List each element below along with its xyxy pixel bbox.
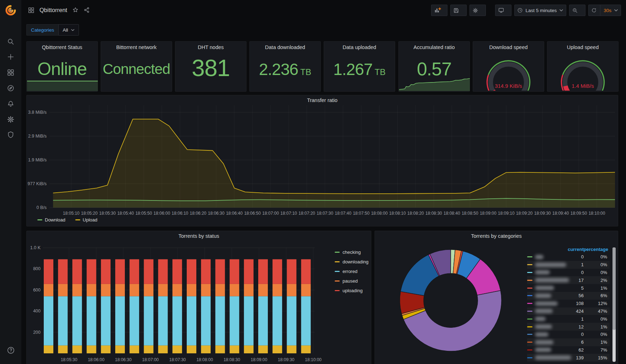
stat-value: Connected xyxy=(101,61,172,77)
category-name-blurred xyxy=(535,278,569,282)
shield-icon[interactable] xyxy=(0,129,21,141)
category-color-dash xyxy=(527,295,532,296)
legend-item-download[interactable]: Download xyxy=(37,217,65,223)
sidebar xyxy=(0,0,21,364)
stacked-bar-segment-downloading xyxy=(129,346,139,353)
category-table-row: 13915% xyxy=(527,354,610,362)
stat-panel-accumulated-ratio: Accumulated ratio0.57 xyxy=(398,41,470,92)
zoom-out-button[interactable] xyxy=(569,5,585,16)
stacked-bar-segment-uploading xyxy=(173,259,182,284)
stacked-bar-segment-uploading xyxy=(129,259,139,284)
stacked-bar-segment-downloading xyxy=(301,346,311,353)
bell-icon[interactable] xyxy=(0,98,21,110)
panel-title-torrents-by-status[interactable]: Torrents by status xyxy=(27,233,371,239)
stacked-bar-segment-downloading xyxy=(272,346,282,353)
stat-panel-title[interactable]: Bittorrent network xyxy=(101,44,172,50)
stat-panel-title[interactable]: Download speed xyxy=(473,44,544,50)
x-axis-label: 18:07:30 xyxy=(169,357,186,362)
save-dashboard-button[interactable] xyxy=(450,5,467,16)
tv-kiosk-button[interactable] xyxy=(495,5,511,16)
category-percentage-value: 0% xyxy=(600,262,607,267)
stacked-bar-segment-downloading xyxy=(101,346,111,353)
stacked-bar-segment-paused xyxy=(129,284,139,296)
plus-icon[interactable] xyxy=(0,51,21,63)
dashboards-grid-icon[interactable] xyxy=(0,66,21,79)
legend-item-uploading[interactable]: uploading xyxy=(335,288,368,293)
category-name-blurred xyxy=(535,255,543,259)
category-color-dash xyxy=(527,288,532,289)
category-name-blurred xyxy=(535,325,552,329)
category-current-value: 5 xyxy=(581,285,584,291)
stat-panel-title[interactable]: DHT nodes xyxy=(175,44,246,50)
table-scrollbar[interactable] xyxy=(612,247,616,362)
panel-title-transfer-ratio[interactable]: Transfer ratio xyxy=(27,97,618,103)
y-axis-label: 3.8 MiB/s xyxy=(28,110,47,115)
stacked-bar-segment-errored xyxy=(230,296,239,345)
time-range-picker[interactable]: Last 5 minutes xyxy=(514,5,566,16)
grafana-logo[interactable] xyxy=(0,4,21,16)
variables-bar: Categories All xyxy=(26,24,79,36)
stacked-bar-segment-paused xyxy=(144,284,153,296)
search-icon[interactable] xyxy=(0,36,21,48)
category-percentage-value: 0% xyxy=(600,316,607,322)
legend-item-checking[interactable]: checking xyxy=(335,250,368,255)
star-icon[interactable] xyxy=(72,7,79,13)
x-axis-label: 18:05:50 xyxy=(136,211,152,216)
stacked-bar-segment-paused xyxy=(244,284,254,296)
table-scrollbar-thumb[interactable] xyxy=(612,247,616,330)
category-current-value: 1 xyxy=(581,316,584,322)
refresh-icon xyxy=(591,7,597,13)
stacked-bar-segment-uploading xyxy=(72,259,82,284)
column-header-percentage[interactable]: percentage xyxy=(584,247,608,252)
dashboard-settings-button[interactable] xyxy=(469,5,486,16)
stacked-bar-segment-paused xyxy=(272,284,282,296)
category-current-value: 56 xyxy=(579,293,584,298)
legend-item-upload[interactable]: Upload xyxy=(75,217,97,223)
stat-panel-title[interactable]: Upload speed xyxy=(547,44,618,50)
gear-icon[interactable] xyxy=(0,113,21,125)
category-current-value: 1 xyxy=(581,262,584,267)
x-axis-label: 18:07:30 xyxy=(317,211,333,216)
x-axis-label: 18:07:20 xyxy=(298,211,315,216)
refresh-button[interactable]: 30s xyxy=(588,5,621,16)
category-percentage-value: 7% xyxy=(600,347,607,353)
stacked-bar-segment-uploading xyxy=(87,259,96,284)
x-axis-label: 18:09:30 xyxy=(278,357,295,362)
add-panel-button[interactable] xyxy=(431,5,447,16)
refresh-interval-value: 30s xyxy=(604,8,611,13)
stacked-bar-segment-downloading xyxy=(230,346,239,353)
transfer-ratio-chart: 0 B/s977 KiB/s1.9 MiB/s2.9 MiB/s3.8 MiB/… xyxy=(27,95,618,226)
stacked-bar-segment-uploading xyxy=(301,259,311,284)
stat-panel-title[interactable]: Qbittorrent Status xyxy=(27,44,97,50)
stacked-bar-segment-errored xyxy=(115,296,125,345)
stacked-bar-segment-uploading xyxy=(258,259,268,284)
category-current-value: 0 xyxy=(581,332,584,337)
help-icon[interactable] xyxy=(0,344,21,356)
legend-item-errored[interactable]: errored xyxy=(335,269,368,274)
column-header-current[interactable]: current xyxy=(568,247,584,252)
category-current-value: 62 xyxy=(579,347,584,353)
category-color-dash xyxy=(527,326,532,327)
gauge-value: 314.9 KiB/s xyxy=(495,83,522,89)
stacked-bar-segment-errored xyxy=(173,296,182,345)
stat-panel-title[interactable]: Data uploaded xyxy=(324,44,395,50)
x-axis-label: 18:05:40 xyxy=(117,211,134,216)
share-icon[interactable] xyxy=(84,7,90,13)
apps-grid-icon[interactable] xyxy=(28,7,35,14)
stacked-bar-segment-paused xyxy=(187,284,196,296)
legend-item-downloading[interactable]: downloading xyxy=(335,259,368,264)
category-table-row: 10% xyxy=(527,261,610,269)
x-axis-label: 18:08:50 xyxy=(462,211,478,216)
stacked-bar-segment-paused xyxy=(201,284,211,296)
x-axis-label: 18:06:10 xyxy=(172,211,189,216)
variable-value-dropdown[interactable]: All xyxy=(58,24,79,36)
compass-icon[interactable] xyxy=(0,82,21,94)
stat-panel-title[interactable]: Accumulated ratio xyxy=(399,44,469,50)
x-axis-label: 18:06:30 xyxy=(115,357,132,362)
x-axis-label: 18:10:00 xyxy=(305,357,322,362)
stat-panel-title[interactable]: Data downloaded xyxy=(250,44,320,50)
panel-title-torrents-by-categories[interactable]: Torrents by categories xyxy=(375,233,618,239)
stacked-bar-segment-paused xyxy=(72,284,82,296)
legend-item-paused[interactable]: paused xyxy=(335,278,368,284)
category-name-blurred xyxy=(535,270,550,274)
